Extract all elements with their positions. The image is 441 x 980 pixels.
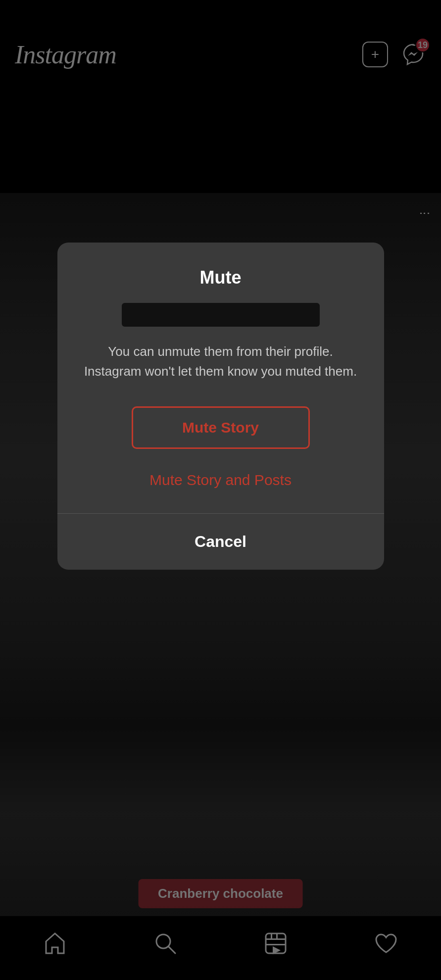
mute-story-button[interactable]: Mute Story [132,406,310,449]
modal-body: Mute You can unmute them from their prof… [57,243,384,513]
modal-username-redacted [122,303,320,327]
cancel-button[interactable]: Cancel [57,514,384,570]
modal-title: Mute [82,267,359,288]
mute-modal: Mute You can unmute them from their prof… [57,243,384,570]
mute-story-posts-button[interactable]: Mute Story and Posts [145,467,296,493]
modal-description: You can unmute them from their profile. … [82,342,359,382]
modal-actions: Mute Story Mute Story and Posts [82,406,359,513]
